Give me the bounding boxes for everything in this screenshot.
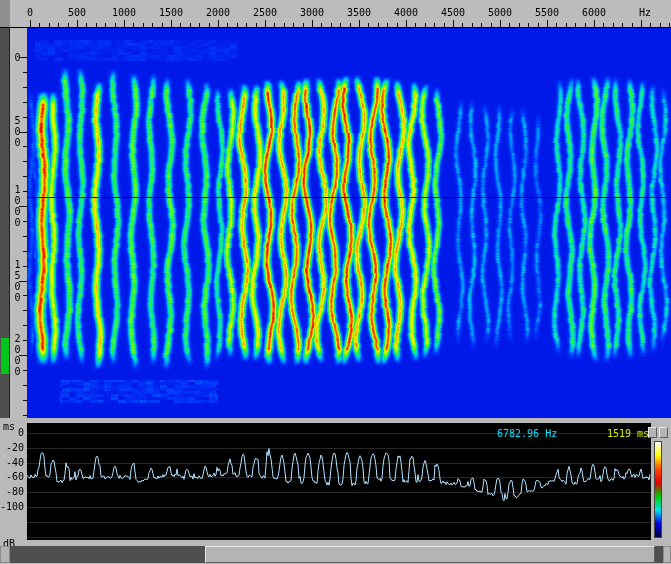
time-tick-label: 500 xyxy=(12,115,23,148)
freq-tick-label: 6000 xyxy=(582,7,606,18)
freq-tick-label: 2500 xyxy=(253,7,277,18)
time-readout: 1519 ms xyxy=(607,428,649,439)
frequency-ruler[interactable]: Hz 0500100015002000250030003500400045005… xyxy=(27,0,671,28)
time-tick-label: 1000 xyxy=(12,184,23,228)
freq-tick-label: 3000 xyxy=(300,7,324,18)
time-tick-label: 0 xyxy=(12,52,23,63)
frequency-scrollbar-thumb[interactable] xyxy=(205,546,655,563)
time-unit-label: ms xyxy=(3,421,15,432)
freq-tick-label: 2000 xyxy=(206,7,230,18)
ruler-corner xyxy=(10,0,27,28)
freq-tick-label: 1500 xyxy=(159,7,183,18)
freq-tick-label: 5500 xyxy=(535,7,559,18)
freq-tick-label: 1000 xyxy=(112,7,136,18)
freq-tick-label: 5000 xyxy=(488,7,512,18)
spectrogram-display[interactable] xyxy=(27,28,671,418)
db-tick-label: -40 xyxy=(6,457,24,468)
time-tick-label: 1500 xyxy=(12,259,23,303)
freq-tick-label: 500 xyxy=(68,7,86,18)
db-tick-label: -100 xyxy=(0,501,24,512)
db-tick-label: -60 xyxy=(6,471,24,482)
baudline-window: Hz 0500100015002000250030003500400045005… xyxy=(0,0,671,564)
scrollbar-end-cap-right xyxy=(663,546,671,563)
frequency-scrollbar[interactable] xyxy=(10,546,663,563)
spectrum-display[interactable] xyxy=(27,423,651,540)
time-tick-label: 2000 xyxy=(12,333,23,377)
palette-aperture-handle-right[interactable] xyxy=(659,427,668,438)
db-tick-label: -80 xyxy=(6,486,24,497)
time-ruler[interactable]: 0500100015002000 xyxy=(10,28,27,418)
db-tick-label: -20 xyxy=(6,442,24,453)
frequency-unit-label: Hz xyxy=(639,7,651,18)
freq-tick-label: 0 xyxy=(27,7,33,18)
color-palette-bar[interactable] xyxy=(654,441,662,538)
db-tick-label: 0 xyxy=(18,427,24,438)
time-scrollbar[interactable] xyxy=(0,28,10,418)
freq-tick-label: 4500 xyxy=(441,7,465,18)
frequency-readout: 6782.96 Hz xyxy=(497,428,557,439)
palette-aperture-handle-left[interactable] xyxy=(648,427,657,438)
scrollbar-end-cap-left xyxy=(0,546,10,563)
window-corner xyxy=(0,0,10,28)
freq-tick-label: 3500 xyxy=(347,7,371,18)
db-ruler: ms dB 0-20-40-60-80-100 xyxy=(0,418,27,546)
freq-tick-label: 4000 xyxy=(394,7,418,18)
time-scrollbar-thumb[interactable] xyxy=(1,338,9,374)
